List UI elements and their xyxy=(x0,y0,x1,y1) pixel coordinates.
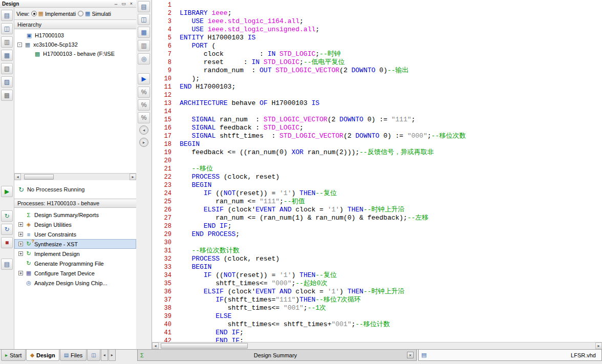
code-text: END H17000103; xyxy=(179,83,235,91)
print-icon[interactable]: ▥ xyxy=(138,40,150,51)
scroll-right-icon[interactable]: ▸ xyxy=(130,174,136,180)
snapshots-view-icon[interactable]: ▥ xyxy=(1,36,13,48)
libraries-view-icon[interactable]: ▦ xyxy=(1,50,13,61)
process-item[interactable]: +◈Design Utilities xyxy=(14,220,136,229)
tree-expand-icon[interactable]: + xyxy=(18,251,23,256)
toggle-comment-icon[interactable]: % xyxy=(138,87,150,98)
files-tab-icon: ▤ xyxy=(64,352,69,358)
tab-scroll-left-icon[interactable]: ◂ xyxy=(101,350,108,361)
close-icon[interactable]: × xyxy=(128,1,134,6)
code-line: 2LIBRARY ieee; xyxy=(152,9,602,17)
rerun-all-icon[interactable]: ↻ xyxy=(1,224,13,235)
close-icon[interactable]: × xyxy=(407,352,414,358)
code-line: 24 IF ((NOT(reset)) = '1') THEN--复位 xyxy=(152,189,602,198)
process-item-label: Design Summary/Reports xyxy=(34,212,99,218)
maximize-icon[interactable]: ▭ xyxy=(121,1,126,6)
tile-windows-icon[interactable]: ◫ xyxy=(138,14,150,25)
sources-view-icon[interactable]: ▤ xyxy=(1,10,13,21)
design-summary-icon: Σ xyxy=(25,212,32,218)
processes-header-label: Processes: H17000103 - behave xyxy=(17,200,99,206)
line-number: 24 xyxy=(152,189,179,198)
report-view-icon[interactable]: ▤ xyxy=(1,259,13,270)
process-item[interactable]: +≡User Constraints xyxy=(14,229,136,239)
panel-tab-label: Files xyxy=(71,352,82,358)
bookmark-icon[interactable]: ▶ xyxy=(138,73,150,84)
radio-unselected[interactable] xyxy=(78,11,83,16)
comment-selection-icon[interactable]: % xyxy=(138,99,150,111)
code-line: 40 shtft_times<= shtft_times+"001";--移位计… xyxy=(152,320,602,329)
scroll-thumb[interactable] xyxy=(161,343,248,349)
code-text: SIGNAL ran_num : STD_LOGIC_VECTOR(2 DOWN… xyxy=(179,116,415,124)
process-item[interactable]: ΣDesign Summary/Reports xyxy=(14,210,136,220)
tab-scroll-right-icon[interactable]: ▸ xyxy=(109,350,116,361)
line-number: 17 xyxy=(152,132,179,140)
code-text: BEGIN xyxy=(179,263,211,271)
new-window-icon[interactable]: ▤ xyxy=(138,1,150,12)
vhdl-file-icon: ▤ xyxy=(421,352,426,358)
editor-scrollbar[interactable]: ◂ ▸ xyxy=(152,342,602,349)
reports-view-icon[interactable]: ▨ xyxy=(1,76,13,88)
scroll-left-icon[interactable]: ◂ xyxy=(152,342,159,349)
hierarchy-item[interactable]: ▩H17000103 - behave (F:\ISE xyxy=(14,49,136,58)
line-number: 9 xyxy=(152,67,179,75)
panel-tab-files[interactable]: ▤Files xyxy=(60,350,87,361)
process-item[interactable]: +▦Configure Target Device xyxy=(14,268,136,278)
undock-icon[interactable]: ↔ xyxy=(113,1,119,6)
tree-expand-icon[interactable]: + xyxy=(18,232,23,237)
tree-expand-icon[interactable]: + xyxy=(18,242,23,246)
line-number: 39 xyxy=(152,312,179,320)
window-tab-lfsr-vhd[interactable]: ▤LFSR.vhd xyxy=(418,350,602,361)
hierarchy-item[interactable]: ▣H17000103 xyxy=(14,31,136,40)
hierarchy-item[interactable]: -▦xc3s100e-5cp132 xyxy=(14,40,136,49)
nav-back-icon[interactable]: ◂ xyxy=(139,125,148,135)
stop-process-icon[interactable]: ■ xyxy=(1,237,13,248)
run-icon[interactable]: ▶ xyxy=(1,186,13,197)
rerun-icon[interactable]: ↻ xyxy=(1,210,13,222)
tree-expand-icon[interactable]: + xyxy=(18,222,23,227)
save-icon[interactable]: ▦ xyxy=(138,27,150,38)
tree-expand-icon[interactable]: + xyxy=(18,271,23,275)
design-view-icon[interactable]: ▧ xyxy=(1,63,13,74)
view-option-implementati[interactable]: ▦Implementati xyxy=(31,10,76,17)
scroll-left-icon[interactable]: ◂ xyxy=(14,174,21,180)
process-item[interactable]: +↻Implement Design xyxy=(14,249,136,259)
line-number: 34 xyxy=(152,271,179,280)
hierarchy-item-label: xc3s100e-5cp132 xyxy=(33,41,78,48)
scroll-thumb[interactable] xyxy=(24,174,54,180)
code-text: ELSE xyxy=(179,312,231,320)
view-label: View: xyxy=(16,11,30,17)
panel-tab-start[interactable]: ▸Start xyxy=(1,350,26,361)
console-view-icon[interactable]: ▩ xyxy=(1,90,13,101)
process-item[interactable]: +↻?Synthesize - XST xyxy=(14,239,136,249)
search-icon[interactable]: ◎ xyxy=(138,53,150,65)
uncomment-selection-icon[interactable]: % xyxy=(138,112,150,123)
line-number: 41 xyxy=(152,329,179,337)
code-line: 18BEGIN xyxy=(152,140,602,148)
view-option-simulati[interactable]: ▦Simulati xyxy=(78,10,111,17)
code-line: 33 BEGIN xyxy=(152,263,602,271)
code-text: END IF; xyxy=(179,329,244,337)
implement-design-icon: ↻ xyxy=(25,250,32,257)
line-number: 30 xyxy=(152,239,179,247)
line-number: 33 xyxy=(152,263,179,271)
user-constraints-icon: ≡ xyxy=(25,231,32,238)
nav-forward-icon[interactable]: ▸ xyxy=(139,138,148,147)
tree-collapse-icon[interactable]: - xyxy=(17,42,22,47)
code-line: 16 SIGNAL feedback : STD_LOGIC; xyxy=(152,124,602,132)
code-text xyxy=(179,108,180,116)
process-item[interactable]: ◎Analyze Design Using Chip... xyxy=(14,278,136,288)
radio-selected[interactable] xyxy=(31,11,37,16)
code-editor[interactable]: 12LIBRARY ieee;3 USE ieee.std_logic_1164… xyxy=(152,0,602,349)
code-line: 27 ran_num <= (ran_num(1) & ran_num(0) &… xyxy=(152,214,602,222)
design-utilities-icon: ◈ xyxy=(25,221,32,228)
files-view-icon[interactable]: ◫ xyxy=(1,23,13,34)
panel-tab-more[interactable]: ◫ xyxy=(87,350,100,361)
window-tab-design-summary[interactable]: ΣDesign Summary× xyxy=(137,350,417,361)
process-item[interactable]: ↻Generate Programming File xyxy=(14,259,136,268)
code-text: IF ((NOT(reset)) = '1') THEN--复位 xyxy=(179,271,337,280)
panel-tab-bar: ▸Start◆Design▤Files◫◂▸ xyxy=(0,350,116,361)
panel-tab-design[interactable]: ◆Design xyxy=(26,350,59,361)
scroll-right-icon[interactable]: ▸ xyxy=(595,342,602,349)
hierarchy-scrollbar[interactable]: ◂ ▸ xyxy=(14,173,136,180)
hierarchy-header-label: Hierarchy xyxy=(17,22,41,28)
